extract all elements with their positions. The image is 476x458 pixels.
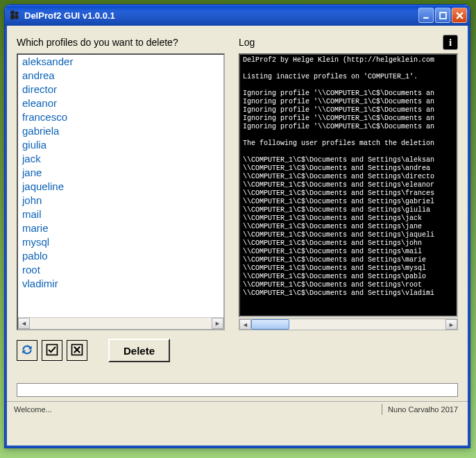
app-window: DelProf2 GUI v1.0.0.1 Which profiles do …: [4, 4, 470, 448]
list-item[interactable]: andrea: [18, 69, 223, 83]
uncheck-all-icon: [70, 343, 84, 359]
scroll-left-arrow-icon[interactable]: ◄: [239, 319, 251, 330]
list-item[interactable]: john: [18, 194, 223, 207]
profiles-hscroll[interactable]: ◄ ►: [18, 317, 223, 329]
list-item[interactable]: jaqueline: [18, 180, 223, 194]
list-item[interactable]: pablo: [18, 249, 223, 263]
log-textbox[interactable]: DelProf2 by Helge Klein (http://helgekle…: [239, 53, 458, 317]
scroll-left-arrow-icon[interactable]: ◄: [18, 318, 30, 329]
list-item[interactable]: gabriela: [18, 124, 223, 138]
maximize-button[interactable]: [435, 8, 450, 23]
status-credit: Nuno Carvalho 2017: [382, 404, 464, 415]
svg-point-2: [15, 12, 19, 15]
titlebar[interactable]: DelProf2 GUI v1.0.0.1: [5, 5, 470, 26]
svg-point-0: [10, 10, 15, 15]
svg-rect-1: [10, 15, 15, 19]
action-toolbar: Delete: [17, 339, 458, 362]
window-title: DelProf2 GUI v1.0.0.1: [24, 10, 418, 21]
refresh-button[interactable]: [17, 340, 37, 361]
select-none-button[interactable]: [67, 340, 87, 361]
list-item[interactable]: root: [18, 263, 223, 277]
list-item[interactable]: jane: [18, 166, 223, 180]
list-item[interactable]: giulia: [18, 138, 223, 152]
client-area: Which profiles do you want to delete? al…: [5, 26, 470, 448]
check-all-icon: [45, 343, 59, 359]
delete-button[interactable]: Delete: [108, 339, 170, 362]
status-bar: Welcome... Nuno Carvalho 2017: [7, 401, 468, 416]
list-item[interactable]: mail: [18, 207, 223, 221]
list-item[interactable]: eleanor: [18, 96, 223, 110]
log-hscroll[interactable]: ◄ ►: [239, 319, 458, 330]
svg-rect-4: [423, 17, 429, 18]
list-item[interactable]: vladimir: [18, 277, 223, 291]
log-panel: Log i DelProf2 by Helge Klein (http://he…: [239, 35, 458, 330]
svg-rect-3: [15, 15, 19, 19]
list-item[interactable]: director: [18, 83, 223, 96]
profiles-listbox[interactable]: aleksanderandreadirectoreleanorfrancesco…: [17, 53, 225, 330]
close-button[interactable]: [452, 8, 467, 23]
list-item[interactable]: marie: [18, 221, 223, 235]
profiles-header: Which profiles do you want to delete?: [17, 37, 178, 48]
scroll-thumb[interactable]: [251, 319, 289, 330]
select-all-button[interactable]: [42, 340, 62, 361]
progress-bar: [17, 383, 458, 397]
log-header: Log: [239, 37, 255, 48]
scroll-right-arrow-icon[interactable]: ►: [445, 319, 457, 330]
profiles-panel: Which profiles do you want to delete? al…: [17, 35, 225, 330]
refresh-icon: [20, 343, 34, 359]
scroll-right-arrow-icon[interactable]: ►: [212, 318, 223, 329]
list-item[interactable]: jack: [18, 152, 223, 166]
info-icon: i: [449, 37, 452, 49]
status-welcome: Welcome...: [11, 404, 382, 415]
svg-rect-5: [440, 12, 446, 19]
about-button[interactable]: i: [443, 35, 458, 50]
app-icon: [9, 10, 20, 21]
list-item[interactable]: aleksander: [18, 55, 223, 69]
list-item[interactable]: francesco: [18, 110, 223, 124]
list-item[interactable]: mysql: [18, 235, 223, 249]
minimize-button[interactable]: [418, 8, 434, 23]
